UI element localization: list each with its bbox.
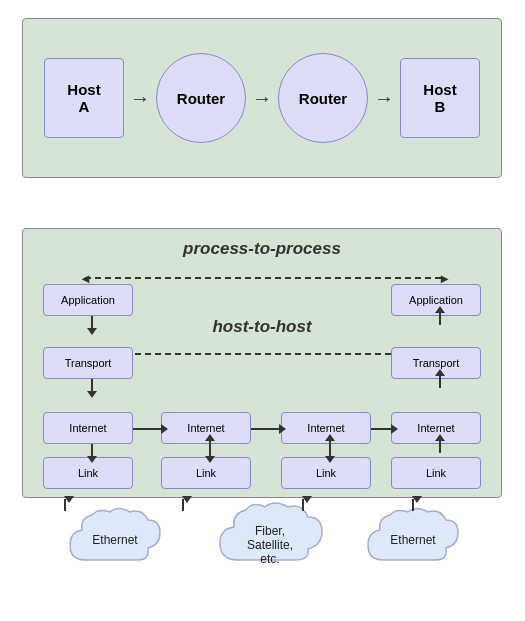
arrow-2: → xyxy=(252,87,272,110)
host-dashed-line xyxy=(85,353,441,355)
router2-node: Router xyxy=(278,53,368,143)
process-dashed-line xyxy=(85,277,441,279)
router1-node: Router xyxy=(156,53,246,143)
v-arrow-link-internet-r1-up xyxy=(205,434,215,453)
link-b-box: Link xyxy=(391,457,481,489)
connector-arrow-r1 xyxy=(182,496,192,503)
connector-arrow-r2 xyxy=(302,496,312,503)
v-arrow-link-internet-r2-up xyxy=(325,434,335,453)
ethernet-right-label: Ethernet xyxy=(390,533,435,547)
ethernet-left-cloud: Ethernet xyxy=(60,500,170,590)
process-to-process-label: process-to-process xyxy=(183,239,341,259)
host-to-host-label: host-to-host xyxy=(212,317,311,337)
connector-arrow-a xyxy=(64,496,74,503)
host-b-node: Host B xyxy=(400,58,480,138)
v-arrow-transport-app-b xyxy=(435,306,445,325)
v-arrow-transport-internet-a xyxy=(87,379,97,398)
transport-a-box: Transport xyxy=(43,347,133,379)
v-arrow-internet-transport-b xyxy=(435,369,445,388)
v-arrow-internet-link-a xyxy=(87,444,97,463)
v-arrow-link-internet-b xyxy=(435,434,445,453)
h-arrow-internet-r2-b xyxy=(371,424,398,434)
v-arrow-app-transport-a xyxy=(87,316,97,335)
bottom-diagram: process-to-process ◄ ► host-to-host ◄ ► … xyxy=(22,228,502,498)
arrow-3: → xyxy=(374,87,394,110)
host-a-node: Host A xyxy=(44,58,124,138)
ethernet-right-cloud: Ethernet xyxy=(358,500,468,590)
h-arrow-internet-a-r1 xyxy=(133,424,168,434)
top-diagram: Host A → Router → Router → Host B xyxy=(22,18,502,178)
fiber-label: Fiber, Satellite, etc. xyxy=(247,510,293,566)
connector-arrow-b xyxy=(412,496,422,503)
h-arrow-internet-r1-r2 xyxy=(251,424,286,434)
app-a-box: Application xyxy=(43,284,133,316)
fiber-cloud: Fiber, Satellite, etc. xyxy=(210,495,330,590)
arrow-1: → xyxy=(130,87,150,110)
internet-a-box: Internet xyxy=(43,412,133,444)
ethernet-left-label: Ethernet xyxy=(92,533,137,547)
